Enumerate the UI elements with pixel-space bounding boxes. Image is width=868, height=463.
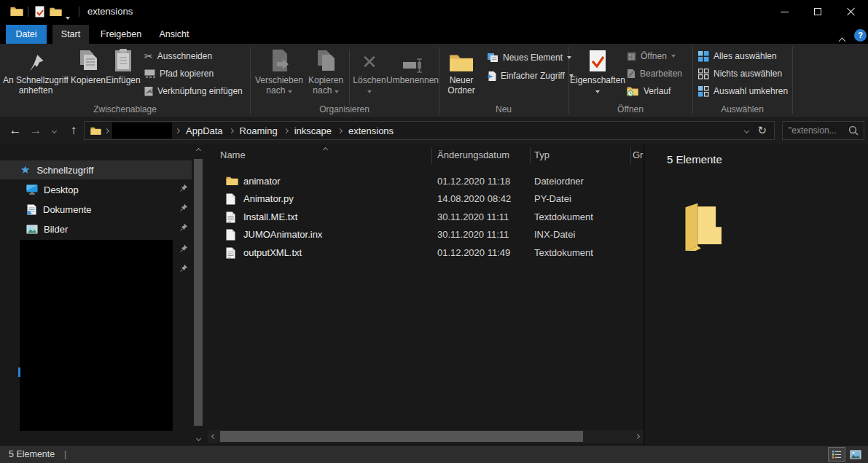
redacted-user-crumb [112, 122, 172, 139]
select-none-button[interactable]: Nichts auswählen [698, 66, 782, 82]
column-divider[interactable] [530, 147, 531, 163]
pin-to-quick-access-button[interactable]: An Schnellzugriffanheften [1, 45, 70, 101]
minimize-button[interactable] [767, 0, 801, 23]
sidebar-item-documents[interactable]: Dokumente [0, 200, 192, 219]
column-divider[interactable] [431, 147, 432, 163]
recent-locations-dropdown[interactable] [47, 120, 61, 141]
details-pane: 5 Elemente [645, 144, 868, 445]
scroll-down-arrow[interactable] [192, 432, 205, 445]
pin-icon[interactable] [179, 264, 188, 273]
help-button[interactable]: ? [854, 29, 867, 42]
sidebar-item-pictures[interactable]: Bilder [0, 219, 192, 238]
copy-button[interactable]: Kopieren [71, 45, 105, 101]
group-label-new: Neu [439, 104, 568, 115]
sidebar-scrollbar-thumb[interactable] [194, 159, 203, 426]
details-view-button[interactable] [828, 447, 845, 462]
explorer-window: extensions Datei Start Freigeben Ansicht… [0, 0, 868, 463]
group-label-organize: Organisieren [250, 104, 439, 115]
paste-shortcut-button[interactable]: Verknüpfung einfügen [144, 83, 243, 99]
new-folder-button[interactable]: NeuerOrdner [442, 45, 481, 101]
preview-item-count: 5 Elemente [667, 153, 722, 166]
crumb-inkscape[interactable]: inkscape [292, 125, 335, 136]
copy-path-icon [144, 69, 155, 78]
pin-icon[interactable] [179, 203, 188, 212]
file-row-animator[interactable]: animator01.12.2020 11:18Dateiordner [208, 173, 644, 190]
scroll-right-arrow[interactable] [631, 430, 644, 443]
thumbnail-view-button[interactable] [847, 447, 864, 462]
titlebar-separator [28, 7, 28, 17]
scroll-left-arrow[interactable] [208, 430, 220, 443]
cut-button[interactable]: ✂ Ausschneiden [144, 48, 212, 64]
paste-button[interactable]: Einfügen [106, 45, 141, 101]
move-to-button[interactable]: Verschiebennach [254, 45, 305, 101]
file-row-install-me[interactable]: Install.ME.txt30.11.2020 11:11Textdokume… [208, 209, 644, 226]
group-label-clipboard: Zwischenablage [0, 104, 250, 115]
horizontal-scrollbar-thumb[interactable] [220, 431, 583, 442]
address-dropdown-button[interactable] [744, 128, 749, 133]
history-button[interactable]: Verlauf [627, 83, 670, 99]
qat-properties-button[interactable] [35, 6, 44, 17]
qat-customize-dropdown[interactable] [66, 9, 70, 23]
edit-button[interactable]: Bearbeiten [627, 66, 682, 82]
up-button[interactable]: ↑ [64, 120, 83, 141]
breadcrumb[interactable]: AppData Roaming inkscape extensions ↻ [84, 121, 775, 140]
explorer-app-icon [10, 6, 23, 17]
copy-to-button[interactable]: Kopierennach [306, 45, 345, 101]
ribbon-group-separator [792, 47, 793, 114]
column-header-size[interactable]: Größe [633, 144, 644, 166]
sort-ascending-icon [323, 147, 328, 152]
tab-datei[interactable]: Datei [6, 25, 47, 44]
back-button[interactable]: ← [6, 120, 25, 141]
search-input[interactable] [783, 125, 848, 136]
open-button[interactable]: Öffnen [627, 48, 676, 64]
refresh-icon[interactable]: ↻ [757, 124, 767, 137]
column-header-type[interactable]: Typ [534, 144, 550, 166]
tab-start[interactable]: Start [52, 25, 89, 44]
column-header-name[interactable]: Name [220, 144, 246, 166]
copy-path-button[interactable]: Pfad kopieren [144, 66, 214, 82]
tab-freigeben[interactable]: Freigeben [95, 25, 147, 44]
crumb-appdata[interactable]: AppData [183, 125, 226, 136]
copy-icon [77, 45, 99, 73]
easy-access-icon [487, 71, 496, 82]
column-header-date[interactable]: Änderungsdatum [437, 144, 509, 166]
column-divider[interactable] [630, 147, 631, 163]
new-item-button[interactable]: Neues Element [487, 50, 571, 66]
search-box[interactable] [782, 121, 864, 140]
maximize-button[interactable] [801, 0, 834, 23]
file-row-jumoanimator[interactable]: JUMOAnimator.inx30.11.2020 11:11INX-Date… [208, 226, 644, 244]
delete-button[interactable]: ✕ Löschen [353, 45, 386, 101]
scissors-icon: ✂ [144, 50, 153, 62]
qat-new-folder-button[interactable] [50, 7, 62, 17]
file-row-animator-py[interactable]: Animator.py14.08.2020 08:42PY-Datei [208, 190, 644, 208]
copy-to-icon [315, 45, 337, 73]
sidebar-item-desktop[interactable]: Desktop [0, 180, 192, 199]
group-label-select: Auswählen [692, 104, 792, 115]
crumb-extensions[interactable]: extensions [345, 125, 396, 136]
crumb-roaming[interactable]: Roaming [237, 125, 281, 136]
preview-folder-icon [676, 200, 728, 251]
scroll-up-arrow[interactable] [192, 144, 205, 157]
move-to-icon [268, 45, 290, 73]
selection-accent-mark [18, 367, 20, 377]
rename-button[interactable]: Umbenennen [386, 45, 439, 101]
easy-access-button[interactable]: Einfacher Zugriff [487, 68, 574, 84]
tab-ansicht[interactable]: Ansicht [152, 25, 197, 44]
sidebar-scrollbar[interactable] [192, 144, 205, 445]
close-button[interactable] [834, 0, 868, 23]
pin-icon[interactable] [179, 223, 188, 232]
invert-selection-button[interactable]: Auswahl umkehren [698, 83, 788, 99]
pin-icon[interactable] [179, 184, 188, 192]
file-row-outputxml[interactable]: outputXML.txt01.12.2020 11:49Textdokumen… [208, 244, 644, 262]
horizontal-scrollbar[interactable] [208, 430, 644, 443]
pin-icon[interactable] [179, 244, 188, 253]
edit-icon [627, 69, 636, 79]
clipboard-icon [114, 45, 133, 73]
redacted-sidebar-items [20, 240, 173, 431]
properties-button[interactable]: Eigenschaften [574, 45, 621, 101]
sidebar-item-quick-access[interactable]: ★ Schnellzugriff [0, 160, 192, 179]
file-list: Name Änderungsdatum Typ Größe animator01… [208, 144, 644, 445]
forward-button[interactable]: → [26, 120, 45, 141]
select-all-button[interactable]: Alles auswählen [698, 48, 777, 64]
documents-icon [27, 204, 36, 215]
